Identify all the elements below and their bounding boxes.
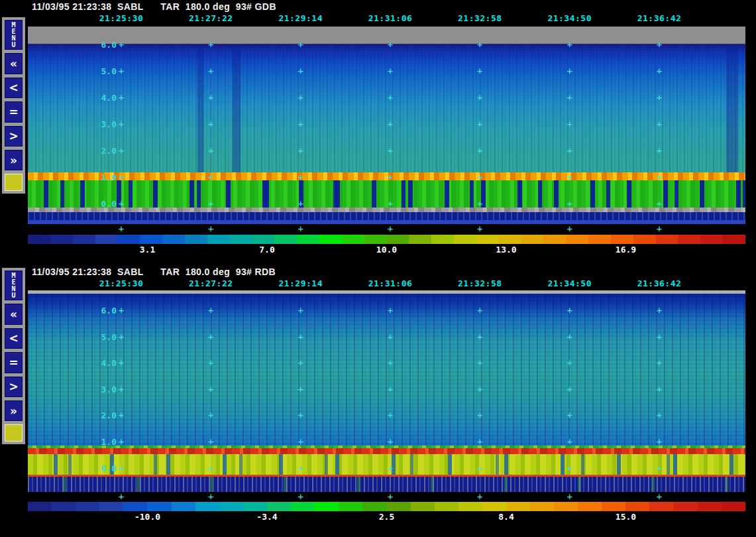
fast-rewind-button[interactable]: « [5,304,23,324]
time-label: 21:32:58 [458,13,502,23]
colorbar-segment [274,235,297,244]
colorbar-segment [342,235,364,244]
colorbar-segment [147,502,171,511]
backscatter-plot-rdb: 6.0+++++++5.0+++++++4.0+++++++3.0+++++++… [28,290,745,492]
axis-cross: + [567,223,572,234]
colorbar [28,502,745,511]
pause-button[interactable]: = [5,101,23,122]
grid-cross: + [208,357,213,368]
cloud-top-band [28,172,745,180]
colorbar-segment [315,502,339,511]
grid-cross: + [208,436,213,447]
colorbar-segment [362,502,386,511]
sidebar-menu: M E N U«<=>» [2,17,25,194]
grid-cross: + [119,92,124,103]
grid-cross: + [388,198,393,209]
grid-cross: + [477,66,482,76]
grid-cross: + [119,145,124,156]
grid-cross: + [657,305,662,316]
colorbar-segment [476,235,499,244]
grid-cross: + [297,92,303,103]
attenuated-column [197,45,203,172]
time-label: 21:29:14 [278,13,323,23]
cloud-body-band [28,454,745,475]
above-range-gray-band [28,27,745,45]
cloud-layer [28,172,745,224]
colorbar-segment [386,502,410,511]
color-swatch-button[interactable] [5,174,23,191]
grid-cross: + [297,357,303,368]
step-back-button[interactable]: < [5,78,23,98]
panel-header: 11/03/95 21:23:38 SABL TAR 180.0 deg 93#… [32,267,276,278]
colorbar-segment [698,502,722,511]
axis-cross: + [119,223,124,234]
fast-forward-button[interactable]: » [5,400,23,421]
time-tick-row: +++++++ [28,224,745,233]
colorbar-label: -10.0 [135,512,160,522]
colorbar-segment [459,502,482,511]
altitude-label: 1.0 [101,437,117,447]
colorbar-segment [656,235,678,244]
colorbar-segment [611,235,633,244]
colorbar-segment [364,235,387,244]
color-swatch-button[interactable] [5,424,23,442]
grid-cross: + [208,39,213,50]
grid-cross: + [388,305,393,316]
attenuated-column [233,45,241,172]
cloud-layer [28,446,745,492]
grid-cross: + [567,119,572,129]
menu-button[interactable]: M E N U [5,270,23,300]
colorbar-scale-labels: 3.17.010.013.016.9 [28,245,745,255]
grid-cross: + [567,172,572,182]
grid-cross: + [657,172,662,182]
grid-cross: + [119,463,124,473]
menu-button[interactable]: M E N U [5,20,23,50]
grid-cross: + [657,119,662,129]
sub-surface-band [28,477,745,492]
panel-header: 11/03/95 21:23:38 SABL TAR 180.0 deg 93#… [32,1,276,13]
colorbar-label: 7.0 [259,245,274,255]
grid-cross: + [477,39,482,50]
attenuated-column [726,45,738,172]
altitude-label: 0.0 [101,199,117,209]
grid-cross: + [388,92,393,103]
pause-button[interactable]: = [5,352,23,373]
colorbar-segment [123,502,147,511]
grid-cross: + [657,145,662,156]
time-tick-row: +++++++ [28,492,745,501]
colorbar-segment [195,502,219,511]
grid-cross: + [297,198,303,209]
altitude-label: 3.0 [101,384,117,394]
grid-cross: + [297,436,303,447]
grid-cross: + [208,410,213,420]
grid-cross: + [388,463,393,473]
time-label: 21:25:30 [99,13,144,23]
grid-cross: + [477,384,482,394]
grid-cross: + [477,463,482,473]
colorbar-label: -3.4 [256,512,277,522]
grid-cross: + [388,172,393,182]
colorbar-segment [723,235,745,244]
axis-cross: + [208,491,213,502]
grid-cross: + [297,410,303,420]
altitude-label: 4.0 [101,93,117,103]
grid-cross: + [567,39,572,50]
grid-cross: + [567,92,572,103]
step-forward-button[interactable]: > [5,377,23,397]
cloud-top-band [28,448,745,454]
axis-cross: + [477,223,482,234]
colorbar-segment [387,235,409,244]
time-axis: 21:25:3021:27:2221:29:1421:31:0621:32:58… [0,278,756,290]
step-forward-button[interactable]: > [5,126,23,147]
time-label: 21:34:50 [547,13,592,23]
step-back-button[interactable]: < [5,328,23,349]
grid-cross: + [297,39,303,50]
colorbar-segment [435,502,459,511]
fast-rewind-button[interactable]: « [5,53,23,74]
grid-cross: + [119,66,124,76]
grid-cross: + [477,119,482,129]
axis-cross: + [657,491,662,502]
fast-forward-button[interactable]: » [5,150,23,170]
colorbar-segment [722,502,745,511]
grid-cross: + [567,410,572,420]
